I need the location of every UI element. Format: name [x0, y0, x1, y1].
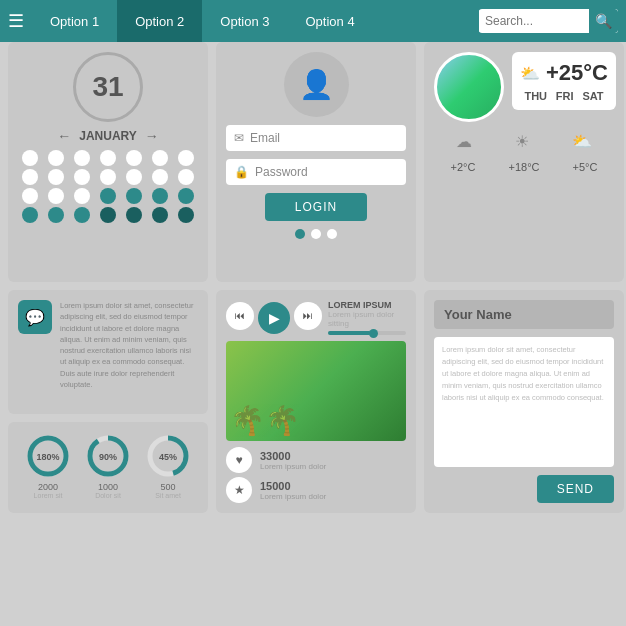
calendar-card-2: 31 ← JANUARY →: [8, 42, 208, 282]
cal-d: [48, 188, 64, 204]
stats-2: ♥ 33000 Lorem ipsum dolor ★ 15000 Lorem …: [226, 447, 406, 503]
wt1: +2°C: [451, 161, 476, 173]
cal-d: [22, 169, 38, 185]
menu-icon[interactable]: ☰: [8, 10, 24, 32]
dot-indicators-2: [295, 229, 337, 239]
cloud-icon-2: ⛅: [520, 64, 540, 83]
media-card-2: ⏮ ▶ ⏭ LOREM IPSUM Lorem ipsum dolor sitt…: [216, 290, 416, 513]
contact-message[interactable]: Lorem ipsum dolor sit amet, consectetur …: [434, 337, 614, 467]
sat: SAT: [582, 90, 603, 102]
s1-count: 33000: [260, 450, 326, 462]
svg-text:180%: 180%: [36, 452, 59, 462]
calendar-prev-2[interactable]: ←: [57, 128, 71, 144]
contact-card-2: Your Name Lorem ipsum dolor sit amet, co…: [424, 290, 624, 513]
rw-btn[interactable]: ⏮: [226, 302, 254, 330]
fri: FRI: [556, 90, 574, 102]
charts-circles-row: 180% 2000 Lorem sit 90% 1000 Dolor sit: [18, 432, 198, 499]
w-icon-2: ☀: [515, 132, 529, 151]
track-info-2: LOREM IPSUM Lorem ipsum dolor sitting: [328, 300, 406, 335]
search-input[interactable]: [479, 10, 589, 32]
thu: THU: [524, 90, 547, 102]
charts-card: 180% 2000 Lorem sit 90% 1000 Dolor sit: [8, 422, 208, 513]
weather-top-2: ⛅+25°C THUFRISAT: [434, 52, 614, 122]
progress-2[interactable]: [328, 331, 406, 335]
contact-name-2: Your Name: [434, 300, 614, 329]
dot-ind-2[interactable]: [311, 229, 321, 239]
controls-group: ⏮ ▶ ⏭: [226, 302, 322, 334]
calendar-next-2[interactable]: →: [145, 128, 159, 144]
ring-45: 45% 500 Sit amet: [144, 432, 192, 499]
cal-d: [74, 188, 90, 204]
star-btn[interactable]: ★: [226, 477, 252, 503]
track-title-2: LOREM IPSUM: [328, 300, 406, 310]
ring-svg-90: 90%: [84, 432, 132, 480]
w-icon-3: ⛅: [572, 132, 592, 151]
login-card-2: 👤 ✉Email 🔒Password LOGIN: [216, 42, 416, 282]
ring-180: 180% 2000 Lorem sit: [24, 432, 72, 499]
weather-card-2: ⛅+25°C THUFRISAT ☁☀⛅ +2°C+18°C+5°C: [424, 42, 624, 282]
player-row: ⏮ ▶ ⏭ LOREM IPSUM Lorem ipsum dolor sitt…: [226, 300, 406, 335]
ring-label-180: 2000: [38, 482, 58, 492]
nav-option-3[interactable]: Option 3: [202, 0, 287, 42]
login-button-2[interactable]: LOGIN: [265, 193, 367, 221]
search-icon[interactable]: 🔍: [589, 9, 618, 33]
ff-btn[interactable]: ⏭: [294, 302, 322, 330]
weather-icons-2: ☁☀⛅: [434, 132, 614, 151]
s2-count: 15000: [260, 480, 326, 492]
temp-2: +25°C: [546, 60, 608, 86]
s1-label: Lorem ipsum dolor: [260, 462, 326, 471]
password-label: Password: [255, 165, 308, 179]
dot-ind-1[interactable]: [295, 229, 305, 239]
ring-90: 90% 1000 Dolor sit: [84, 432, 132, 499]
comment-text: Lorem ipsum dolor sit amet, consectetur …: [60, 300, 198, 404]
search-bar: 🔍: [479, 9, 618, 33]
cal-dt: [126, 188, 142, 204]
password-field-2[interactable]: 🔒Password: [226, 159, 406, 185]
ring-sublabel-90: Dolor sit: [95, 492, 121, 499]
svg-text:90%: 90%: [99, 452, 117, 462]
progress-thumb-2[interactable]: [369, 329, 378, 338]
ring-sublabel-45: Sit amet: [155, 492, 181, 499]
cal-d: [126, 150, 142, 166]
s2-info: 15000 Lorem ipsum dolor: [260, 480, 326, 501]
cal-d: [22, 188, 38, 204]
cal-dk: [178, 207, 194, 223]
cal-d: [22, 150, 38, 166]
track-sub-2: Lorem ipsum dolor sitting: [328, 310, 406, 328]
email-label: Email: [250, 131, 280, 145]
cal-dt: [100, 188, 116, 204]
nav-option-2[interactable]: Option 2: [117, 0, 202, 42]
heart-btn[interactable]: ♥: [226, 447, 252, 473]
email-icon-2: ✉: [234, 131, 244, 145]
w-icon-1: ☁: [456, 132, 472, 151]
avatar-2: 👤: [284, 52, 349, 117]
cal-dt: [152, 188, 168, 204]
email-field-2[interactable]: ✉Email: [226, 125, 406, 151]
s2-label: Lorem ipsum dolor: [260, 492, 326, 501]
ring-label-45: 500: [160, 482, 175, 492]
bottom-left: 💬 Lorem ipsum dolor sit amet, consectetu…: [8, 290, 208, 513]
nav-option-4[interactable]: Option 4: [287, 0, 372, 42]
progress-fill-2: [328, 331, 371, 335]
cal-d: [178, 169, 194, 185]
ring-svg-45: 45%: [144, 432, 192, 480]
navbar: ☰ Option 1 Option 2 Option 3 Option 4 🔍: [0, 0, 626, 42]
lock-icon-2: 🔒: [234, 165, 249, 179]
full-layout: 31 ← JANUARY → 👤 ✉Email 🔒Password LOGIN: [0, 42, 626, 521]
wt2: +18°C: [508, 161, 539, 173]
cal-dt: [74, 207, 90, 223]
cal-dt: [48, 207, 64, 223]
nav-options: Option 1 Option 2 Option 3 Option 4: [32, 0, 479, 42]
s1-info: 33000 Lorem ipsum dolor: [260, 450, 326, 471]
send-button-2[interactable]: SEND: [537, 475, 614, 503]
weather-main-2: ⛅+25°C THUFRISAT: [512, 52, 616, 110]
cal-d: [178, 150, 194, 166]
dot-ind-3[interactable]: [327, 229, 337, 239]
nav-option-1[interactable]: Option 1: [32, 0, 117, 42]
weather-temps-2: +2°C+18°C+5°C: [434, 161, 614, 173]
cal-d: [126, 169, 142, 185]
comment-card-2: 💬 Lorem ipsum dolor sit amet, consectetu…: [8, 290, 208, 414]
cal-dt: [22, 207, 38, 223]
cal-dk: [152, 207, 168, 223]
play-btn[interactable]: ▶: [258, 302, 290, 334]
